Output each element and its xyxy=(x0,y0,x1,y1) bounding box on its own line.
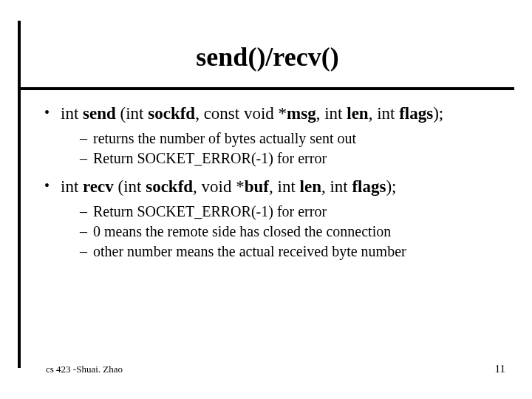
kw-flags: flags xyxy=(352,177,386,196)
text: , void * xyxy=(193,177,245,196)
content-area: int send (int sockfd, const void *msg, i… xyxy=(44,103,502,270)
title-wrap: send()/recv() xyxy=(21,41,514,72)
horizontal-rule xyxy=(21,87,514,90)
kw-recv: recv xyxy=(83,177,114,196)
text: , int xyxy=(369,104,400,123)
slide-number: 11 xyxy=(495,363,505,375)
sub-item: Return SOCKET_ERROR(-1) for error xyxy=(80,202,502,221)
sub-item: other number means the actual received b… xyxy=(80,242,502,261)
text: , int xyxy=(321,177,352,196)
text: int xyxy=(61,104,83,123)
kw-sockfd: sockfd xyxy=(146,177,193,196)
text: (int xyxy=(114,177,146,196)
text: int xyxy=(61,177,83,196)
kw-send: send xyxy=(83,104,116,123)
text: ); xyxy=(386,177,396,196)
sub-item: returns the number of bytes actually sen… xyxy=(80,129,502,148)
text: , int xyxy=(316,104,347,123)
kw-sockfd: sockfd xyxy=(148,104,195,123)
text: , const void * xyxy=(195,104,287,123)
kw-len: len xyxy=(300,177,321,196)
slide-title: send()/recv() xyxy=(196,41,338,72)
text: (int xyxy=(116,104,148,123)
bullet-send: int send (int sockfd, const void *msg, i… xyxy=(44,103,502,168)
text: , int xyxy=(269,177,300,196)
kw-flags: flags xyxy=(399,104,433,123)
text: ); xyxy=(433,104,443,123)
slide: send()/recv() int send (int sockfd, cons… xyxy=(0,0,532,399)
sub-item: 0 means the remote side has closed the c… xyxy=(80,222,502,241)
footer-left: cs 423 -Shuai. Zhao xyxy=(46,364,123,375)
bullet-recv: int recv (int sockfd, void *buf, int len… xyxy=(44,177,502,261)
vertical-rule xyxy=(18,21,21,368)
kw-buf: buf xyxy=(245,177,269,196)
kw-msg: msg xyxy=(287,104,316,123)
kw-len: len xyxy=(347,104,368,123)
sub-item: Return SOCKET_ERROR(-1) for error xyxy=(80,149,502,168)
